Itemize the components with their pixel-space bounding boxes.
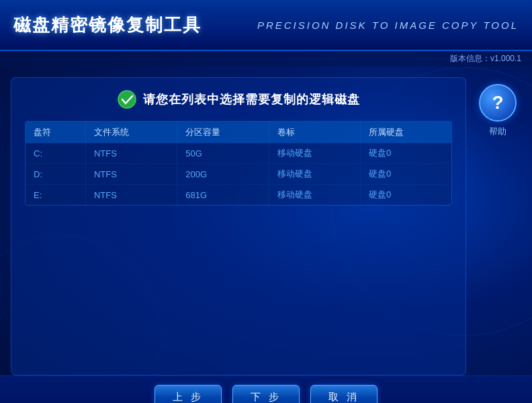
col-size: 分区容量	[177, 122, 269, 143]
table-row[interactable]: D: NTFS 200G 移动硬盘 硬盘0	[26, 164, 451, 185]
cell-disk: 硬盘0	[361, 185, 452, 206]
right-panel: ? 帮助	[474, 77, 521, 375]
table-body[interactable]: C: NTFS 50G 移动硬盘 硬盘0 D: NTFS 200G 移动硬盘 硬…	[26, 143, 451, 205]
app-subtitle: Precision Disk to Image Copy Tool	[257, 19, 519, 31]
cell-fs: NTFS	[85, 143, 177, 164]
disk-table: 盘符 文件系统 分区容量 卷标 所属硬盘 C: NTFS 50G 移动硬盘 硬盘…	[26, 122, 451, 205]
cancel-button[interactable]: 取 消	[310, 385, 378, 404]
nav-buttons: 上 步 下 步 取 消	[13, 385, 519, 404]
app-title: 磁盘精密镜像复制工具	[13, 13, 202, 37]
col-label: 卷标	[269, 122, 360, 143]
cell-fs: NTFS	[85, 185, 177, 206]
version-bar: 版本信息：v1.000.1	[0, 51, 532, 66]
col-drive: 盘符	[26, 122, 85, 143]
section-title-bar: 请您在列表中选择需要复制的逻辑磁盘	[11, 78, 466, 121]
cell-label: 移动硬盘	[269, 185, 360, 206]
cell-disk: 硬盘0	[361, 143, 452, 164]
cell-disk: 硬盘0	[361, 164, 452, 185]
col-fs: 文件系统	[85, 122, 177, 143]
cell-drive: D:	[26, 164, 85, 185]
cell-size: 50G	[177, 143, 269, 164]
table-row[interactable]: E: NTFS 681G 移动硬盘 硬盘0	[26, 185, 451, 206]
center-panel: 请您在列表中选择需要复制的逻辑磁盘 盘符 文件系统 分区容量 卷标 所属硬盘 C…	[11, 77, 466, 375]
bottom-bar: 上 步 下 步 取 消	[0, 375, 532, 403]
cell-size: 200G	[177, 164, 269, 185]
cell-size: 681G	[177, 185, 269, 206]
col-disk: 所属硬盘	[361, 122, 452, 143]
cell-label: 移动硬盘	[269, 164, 360, 185]
next-button[interactable]: 下 步	[232, 385, 300, 404]
cell-drive: E:	[26, 185, 85, 206]
svg-point-0	[118, 91, 136, 108]
question-mark-icon: ?	[492, 93, 503, 112]
disk-table-container: 盘符 文件系统 分区容量 卷标 所属硬盘 C: NTFS 50G 移动硬盘 硬盘…	[25, 121, 452, 206]
header: 磁盘精密镜像复制工具 Precision Disk to Image Copy …	[0, 0, 532, 51]
cell-drive: C:	[26, 143, 85, 164]
table-header: 盘符 文件系统 分区容量 卷标 所属硬盘	[26, 122, 451, 143]
cell-label: 移动硬盘	[269, 143, 360, 164]
help-button[interactable]: ?	[479, 84, 517, 122]
help-label: 帮助	[489, 126, 506, 138]
cell-fs: NTFS	[85, 164, 177, 185]
checkmark-icon	[118, 90, 136, 109]
version-label: 版本信息：v1.000.1	[450, 54, 521, 63]
section-title-text: 请您在列表中选择需要复制的逻辑磁盘	[143, 91, 360, 107]
table-row[interactable]: C: NTFS 50G 移动硬盘 硬盘0	[26, 143, 451, 164]
prev-button[interactable]: 上 步	[154, 385, 222, 404]
main-content: 请您在列表中选择需要复制的逻辑磁盘 盘符 文件系统 分区容量 卷标 所属硬盘 C…	[0, 66, 532, 375]
